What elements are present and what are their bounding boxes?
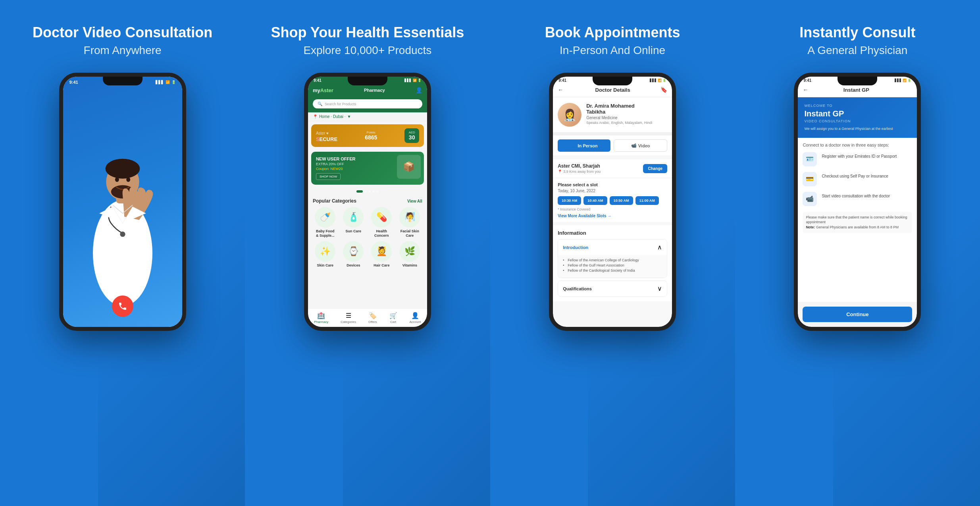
hair-care-label: Hair Care (374, 263, 389, 268)
details-time: 9:41 (558, 78, 566, 83)
clinic-section: Aster CMI, Sharjah 📍 3.9 Kms away from y… (553, 159, 672, 178)
category-hair-care[interactable]: 💆 Hair Care (369, 241, 394, 268)
nav-offers[interactable]: 🏷️ Offers (368, 312, 377, 324)
phone-screen-4: 9:41 ▋▋▋ 📶 🔋 ← Instant GP WELCOME TO (798, 77, 917, 327)
search-input-bar[interactable]: 🔍 Search for Products (313, 99, 422, 108)
pharmacy-nav-icon: 🏥 (317, 312, 325, 319)
panel-instant-gp: Instantly Consult A General Physician 9:… (735, 0, 980, 506)
gp-back-button[interactable]: ← (803, 87, 808, 93)
gp-time: 9:41 (803, 78, 811, 83)
dot-active (356, 190, 363, 193)
in-person-label: In Person (578, 143, 598, 148)
pharmacy-user-icon[interactable]: 👤 (416, 87, 422, 93)
dot-2 (368, 190, 371, 193)
information-section: Information Introduction ∧ Fellow of the… (553, 225, 672, 301)
view-all-link[interactable]: View All (407, 199, 422, 203)
nav-account[interactable]: 👤 Account (409, 312, 421, 324)
doctor-name: Dr. Amira MohamedTabikha (586, 103, 652, 115)
phone-frame-4: 9:41 ▋▋▋ 📶 🔋 ← Instant GP WELCOME TO (794, 73, 921, 331)
introduction-title: Introduction (563, 245, 588, 250)
slot-1030[interactable]: 10:30 AM (558, 196, 581, 205)
gp-note-text: Please make sure that the patient name i… (806, 215, 907, 224)
devices-icon: ⌚ (343, 241, 364, 262)
category-skin-care[interactable]: ✨ Skin Care (313, 241, 338, 268)
categories-nav-icon: ☰ (346, 312, 351, 319)
phone-decline-icon (118, 301, 127, 311)
pharmacy-branding: myAster (313, 87, 333, 94)
nav-pharmacy[interactable]: 🏥 Pharmacy (314, 312, 328, 324)
gp-step-1: 🪪 Register with your Emirates ID or Pass… (803, 152, 912, 166)
in-person-icon: 👤 (571, 143, 576, 148)
gp-step-2: 💳 Checkout using Self Pay or Insurance (803, 172, 912, 186)
svg-point-6 (126, 178, 130, 182)
intro-item-1: Fellow of the American College of Cardio… (563, 258, 662, 262)
panel3-title: Book Appointments (545, 24, 680, 41)
intro-item-2: Fellow of the Gulf Heart Association (563, 263, 662, 267)
continue-button[interactable]: Continue (803, 307, 912, 322)
promo-banner: NEW USER OFFER EXTRA 20% OFF Coupon: NEW… (311, 152, 424, 185)
gp-step-2-text: Checkout using Self Pay or Insurance (822, 172, 888, 179)
pharmacy-time: 9:41 (314, 78, 322, 83)
in-person-tab[interactable]: 👤 In Person (558, 139, 610, 152)
gp-step-2-icon: 💳 (803, 172, 817, 186)
gp-note: Please make sure that the patient name i… (803, 212, 912, 233)
account-nav-icon: 👤 (411, 312, 419, 319)
introduction-header[interactable]: Introduction ∧ (558, 239, 667, 255)
change-clinic-button[interactable]: Change (643, 164, 667, 173)
slot-section: Please select a slot Today, 10 June, 202… (553, 178, 672, 222)
panel-appointments: Book Appointments In-Person And Online 9… (490, 0, 735, 506)
gp-steps-intro: Connect to a doctor now in three easy st… (803, 143, 912, 147)
pharmacy-nav-label: Pharmacy (314, 320, 328, 324)
location-bar[interactable]: 📍 Home · Dubai · ▼ (308, 112, 427, 121)
panel-pharmacy: Shop Your Health Essentials Explore 10,0… (245, 0, 490, 506)
pharmacy-tab-label[interactable]: Pharmacy (364, 88, 385, 93)
gp-step-3: 📹 Start video consultation with the doct… (803, 192, 912, 206)
coupon-code: NEW20 (330, 167, 343, 171)
view-more-slots-link[interactable]: View More Available Slots → (558, 214, 667, 218)
devices-label: Devices (347, 263, 360, 268)
panel3-subtitle: In-Person And Online (560, 44, 665, 57)
qualifications-accordion[interactable]: Qualifications ∨ (558, 280, 667, 297)
carousel-dots (308, 190, 427, 193)
panel4-subtitle: A General Physician (807, 44, 907, 57)
category-vitamins[interactable]: 🌿 Vitamins (397, 241, 422, 268)
doctor-info: Dr. Amira MohamedTabikha General Medicin… (586, 103, 652, 125)
video-tab[interactable]: 📹 Video (614, 139, 667, 152)
svg-point-7 (120, 232, 125, 237)
category-health-concern[interactable]: 💊 HealthConcern (369, 207, 394, 238)
location-pin-icon: 📍 (313, 114, 318, 119)
offers-nav-icon: 🏷️ (369, 312, 377, 319)
aed-block: AED 30 (404, 128, 419, 143)
dot-1 (364, 190, 367, 193)
call-decline-button[interactable] (112, 295, 133, 317)
qualifications-chevron-down-icon: ∨ (657, 285, 662, 292)
points-label: Points (365, 131, 377, 134)
dot-3 (372, 190, 375, 193)
details-status-icons: ▋▋▋ 📶 🔋 (650, 79, 666, 82)
bookmark-icon[interactable]: 🔖 (660, 87, 667, 93)
hair-care-icon: 💆 (371, 241, 392, 262)
gp-header-title: Instant GP (843, 87, 869, 93)
aed-value: 30 (408, 134, 415, 141)
back-button[interactable]: ← (558, 87, 565, 93)
slot-1040[interactable]: 10:40 AM (583, 196, 607, 205)
baby-food-icon: 🍼 (315, 207, 335, 228)
category-sun-care[interactable]: 🧴 Sun Care (341, 207, 366, 238)
account-nav-label: Account (409, 320, 421, 324)
gp-note-label: Note: General Physicians are available f… (806, 225, 899, 229)
slot-1100[interactable]: 11:00 AM (635, 196, 659, 205)
category-baby-food[interactable]: 🍼 Baby Food& Supple... (313, 207, 338, 238)
nav-categories[interactable]: ☰ Categories (341, 312, 356, 324)
category-facial-skin-care[interactable]: 🧖 Facial SkinCare (397, 207, 422, 238)
gp-step-1-icon: 🪪 (803, 152, 817, 166)
points-block: Points 6865 (365, 131, 377, 141)
nav-cart[interactable]: 🛒 Cart (389, 312, 397, 324)
shop-now-button[interactable]: SHOP NOW (316, 173, 341, 180)
intro-item-3: Fellow of the Cardiological Society of I… (563, 268, 662, 272)
gp-banner-desc: We will assign you to a General Physicia… (804, 126, 911, 131)
slot-1050[interactable]: 10:50 AM (610, 196, 633, 205)
gp-step-1-text: Register with your Emirates ID or Passpo… (822, 152, 897, 159)
category-devices[interactable]: ⌚ Devices (341, 241, 366, 268)
sun-care-icon: 🧴 (343, 207, 364, 228)
gp-steps-section: Connect to a doctor now in three easy st… (798, 138, 917, 302)
